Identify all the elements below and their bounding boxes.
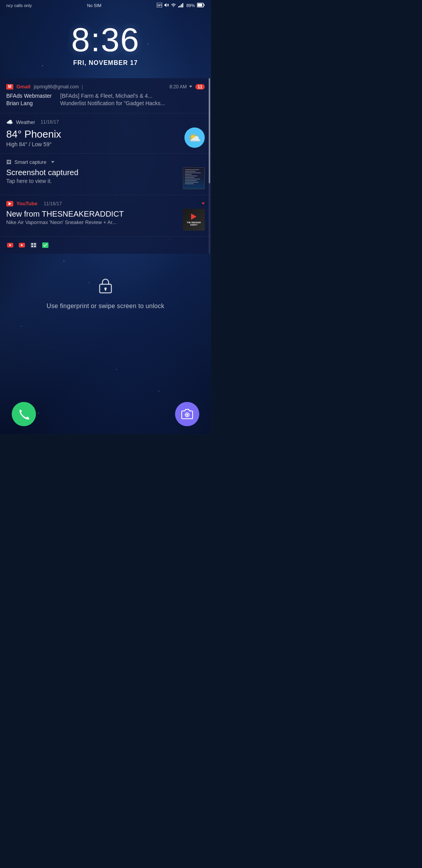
unlock-section[interactable]: Use fingerprint or swipe screen to unloc…	[0, 254, 211, 321]
svg-rect-5	[179, 5, 181, 7]
youtube-app-icon	[6, 201, 13, 206]
capture-title: Screenshot captured	[6, 168, 183, 177]
camera-shortcut-button[interactable]	[175, 402, 199, 426]
clock-date: FRI, NOVEMBER 17	[0, 59, 211, 66]
svg-point-19	[186, 414, 188, 416]
unlock-text: Use fingerprint or swipe screen to unloc…	[46, 303, 164, 310]
weather-app-name: Weather	[16, 119, 35, 125]
svg-rect-13	[31, 246, 33, 247]
weather-temp: 84° Phoenix	[6, 128, 61, 140]
lock-icon	[98, 277, 113, 297]
mini-app-icon	[30, 241, 38, 249]
youtube-date: 11/16/17	[44, 201, 198, 206]
weather-date: 11/16/17	[41, 119, 59, 125]
youtube-title: New from THESNEAKERADDICT	[6, 210, 179, 219]
mute-icon	[164, 3, 169, 8]
svg-rect-9	[204, 4, 204, 6]
signal-icon	[178, 3, 184, 8]
status-icons: NFC	[157, 3, 205, 8]
carrier-text: ncy calls only	[6, 3, 32, 8]
svg-rect-7	[182, 3, 183, 7]
notifications-panel: Gmail jspring86@gmail.com | 8:20 AM 11 B…	[0, 78, 211, 254]
scrollbar-thumb	[209, 78, 210, 183]
gmail-time: 8:20 AM	[170, 84, 192, 90]
clock-section: 8:36 FRI, NOVEMBER 17	[0, 11, 211, 74]
weather-icon: ⛅	[184, 127, 205, 148]
svg-rect-12	[34, 243, 36, 245]
status-bar: ncy calls only No SIM NFC	[0, 0, 211, 11]
svg-text:NFC: NFC	[157, 4, 162, 7]
wifi-icon	[171, 3, 176, 8]
capture-subtitle: Tap here to view it.	[6, 178, 183, 184]
svg-rect-6	[181, 4, 182, 7]
gmail-app-name: Gmail	[16, 84, 30, 90]
svg-rect-14	[34, 246, 36, 247]
phone-shortcut-button[interactable]	[12, 402, 36, 426]
battery-icon	[197, 3, 205, 8]
clock-time: 8:36	[0, 23, 211, 56]
capture-thumbnail	[183, 167, 205, 189]
youtube-subtitle: Nike Air Vapormax 'Neon' Sneaker Review …	[6, 219, 179, 225]
battery-text: 89%	[186, 3, 195, 8]
gmail-notification[interactable]: Gmail jspring86@gmail.com | 8:20 AM 11 B…	[0, 78, 211, 113]
gmail-app-icon	[6, 84, 13, 90]
youtube-notification[interactable]: YouTube 11/16/17 New from THESNEAKERADDI…	[0, 195, 211, 237]
smart-capture-app-name: Smart capture	[14, 159, 46, 165]
svg-rect-11	[31, 243, 33, 245]
mini-check-icon	[41, 241, 49, 249]
weather-range: High 84° / Low 59°	[6, 141, 61, 147]
svg-rect-10	[197, 4, 202, 7]
sim-status: No SIM	[87, 3, 102, 8]
svg-rect-17	[105, 289, 106, 291]
mini-youtube-icon-2	[18, 241, 26, 249]
weather-content: 84° Phoenix High 84° / Low 59°	[6, 127, 61, 147]
gmail-row-2: Brian Lang Wunderlist Notification for "…	[6, 100, 205, 106]
gmail-badge: 11	[195, 84, 205, 90]
weather-notification[interactable]: ☁️ Weather 11/16/17 84° Phoenix High 84°…	[0, 113, 211, 154]
youtube-app-name: YouTube	[16, 201, 38, 206]
mini-youtube-icon-1	[6, 241, 14, 249]
bottom-shortcuts	[0, 402, 211, 434]
svg-rect-4	[178, 6, 179, 7]
smart-capture-notification[interactable]: 🖼 Smart capture Screenshot captured Tap …	[0, 154, 211, 195]
nfc-icon: NFC	[157, 3, 162, 8]
notification-icons-row	[0, 237, 211, 254]
youtube-thumbnail: THE SNEAKER ADDICT	[183, 209, 205, 231]
notification-scrollbar	[209, 78, 210, 254]
gmail-account: jspring86@gmail.com |	[34, 84, 166, 90]
youtube-content: New from THESNEAKERADDICT Nike Air Vapor…	[6, 209, 179, 225]
capture-content: Screenshot captured Tap here to view it.	[6, 167, 183, 184]
gmail-row-1: BFAds Webmaster [BFAds] Farm & Fleet, Mi…	[6, 93, 205, 99]
